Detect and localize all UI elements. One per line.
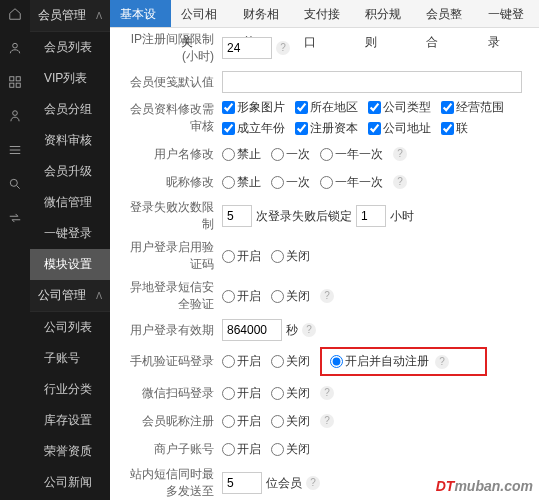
radio-option[interactable]: 开启 (222, 288, 261, 305)
sidebar-group-member[interactable]: 会员管理 ᐱ (30, 0, 110, 32)
audit-checkbox[interactable]: 公司地址 (368, 120, 431, 137)
audit-checkbox[interactable]: 所在地区 (295, 99, 358, 116)
sidebar: 会员管理 ᐱ 会员列表VIP列表会员分组资料审核会员升级微信管理一键登录模块设置… (30, 0, 110, 500)
sidebar-item[interactable]: 会员列表 (30, 32, 110, 63)
label-valid: 用户登录有效期 (120, 322, 222, 339)
radio-option[interactable]: 开启 (222, 248, 261, 265)
help-icon[interactable]: ? (302, 323, 316, 337)
valid-input[interactable] (222, 319, 282, 341)
sidebar-group-label: 会员管理 (38, 7, 86, 24)
radio-option[interactable]: 开启 (222, 413, 261, 430)
label-sms-max: 站内短信同时最多发送至 (120, 466, 222, 500)
tab[interactable]: 财务相关 (233, 0, 294, 27)
label-username-mod: 用户名修改 (120, 146, 222, 163)
radio-option[interactable]: 开启 (222, 353, 261, 370)
label-captcha: 用户登录启用验证码 (120, 239, 222, 273)
radio-option[interactable]: 禁止 (222, 174, 261, 191)
audit-checkbox[interactable]: 经营范围 (441, 99, 504, 116)
search-icon[interactable] (7, 176, 23, 192)
login-fail-mid: 次登录失败后锁定 (256, 208, 352, 225)
help-icon[interactable]: ? (320, 414, 334, 428)
sidebar-item[interactable]: 荣誉资质 (30, 436, 110, 467)
radio-option[interactable]: 关闭 (271, 413, 310, 430)
sidebar-group-label: 公司管理 (38, 287, 86, 304)
audit-checkbox[interactable]: 公司类型 (368, 99, 431, 116)
radio-option[interactable]: 关闭 (271, 248, 310, 265)
content: IP注册间隔限制(小时) ? 会员便笺默认值 会员资料修改需审核 形象图片 所在… (110, 28, 539, 500)
grid-icon[interactable] (7, 74, 23, 90)
radio-option[interactable]: 一次 (271, 174, 310, 191)
help-icon[interactable]: ? (393, 147, 407, 161)
watermark: DTmuban.com (436, 478, 533, 494)
audit-checkbox[interactable]: 成立年份 (222, 120, 285, 137)
transfer-icon[interactable] (7, 210, 23, 226)
default-credit-input[interactable] (222, 71, 522, 93)
audit-checkbox[interactable]: 联 (441, 120, 468, 137)
label-remote-sms: 异地登录短信安全验证 (120, 279, 222, 313)
home-icon[interactable] (7, 6, 23, 22)
login-fail-hours-input[interactable] (356, 205, 386, 227)
label-nick-member: 会员昵称注册 (120, 413, 222, 430)
tab[interactable]: 积分规则 (355, 0, 416, 27)
tab[interactable]: 一键登录 (478, 0, 539, 27)
login-fail-tail: 小时 (390, 208, 414, 225)
sidebar-item[interactable]: 会员分组 (30, 94, 110, 125)
help-icon[interactable]: ? (276, 41, 290, 55)
chevron-up-icon: ᐱ (96, 11, 102, 21)
sms-max-input[interactable] (222, 472, 262, 494)
tab[interactable]: 支付接口 (294, 0, 355, 27)
sidebar-item[interactable]: 库存设置 (30, 405, 110, 436)
sidebar-item[interactable]: 公司新闻 (30, 467, 110, 498)
label-wx-scan: 微信扫码登录 (120, 385, 222, 402)
label-audit: 会员资料修改需审核 (120, 101, 222, 135)
login-fail-count-input[interactable] (222, 205, 252, 227)
highlight-box: 开启并自动注册 ? (320, 347, 487, 376)
phone-auto-register-radio[interactable]: 开启并自动注册 (330, 353, 429, 370)
radio-option[interactable]: 关闭 (271, 441, 310, 458)
sidebar-item[interactable]: 行业分类 (30, 374, 110, 405)
svg-point-5 (13, 111, 18, 116)
svg-point-0 (13, 43, 18, 48)
audit-checkbox[interactable]: 形象图片 (222, 99, 285, 116)
sidebar-group-company[interactable]: 公司管理 ᐱ (30, 280, 110, 312)
tab[interactable]: 会员整合 (416, 0, 477, 27)
sidebar-item[interactable]: 一键登录 (30, 218, 110, 249)
radio-option[interactable]: 禁止 (222, 146, 261, 163)
help-icon[interactable]: ? (393, 175, 407, 189)
sidebar-item[interactable]: 会员升级 (30, 156, 110, 187)
menu-icon[interactable] (7, 142, 23, 158)
ip-limit-input[interactable] (222, 37, 272, 59)
radio-option[interactable]: 一年一次 (320, 174, 383, 191)
sidebar-item[interactable]: 子账号 (30, 343, 110, 374)
radio-option[interactable]: 关闭 (271, 288, 310, 305)
label-sub-account: 商户子账号 (120, 441, 222, 458)
chevron-up-icon: ᐱ (96, 291, 102, 301)
audit-checkbox[interactable]: 注册资本 (295, 120, 358, 137)
radio-option[interactable]: 一次 (271, 146, 310, 163)
radio-option[interactable]: 关闭 (271, 385, 310, 402)
svg-rect-3 (10, 83, 14, 87)
sms-max-unit: 位会员 (266, 475, 302, 492)
tab[interactable]: 基本设置 (110, 0, 171, 27)
help-icon[interactable]: ? (435, 355, 449, 369)
sidebar-item[interactable]: 模块设置 (30, 249, 110, 280)
tabs: 基本设置公司相关财务相关支付接口积分规则会员整合一键登录 (110, 0, 539, 28)
valid-unit: 秒 (286, 322, 298, 339)
radio-option[interactable]: 开启 (222, 385, 261, 402)
user-icon[interactable] (7, 40, 23, 56)
sidebar-item[interactable]: 资料审核 (30, 125, 110, 156)
sidebar-item[interactable]: 微信管理 (30, 187, 110, 218)
person-icon[interactable] (7, 108, 23, 124)
radio-option[interactable]: 开启 (222, 441, 261, 458)
svg-rect-1 (10, 77, 14, 81)
sidebar-item[interactable]: 公司列表 (30, 312, 110, 343)
radio-option[interactable]: 关闭 (271, 353, 310, 370)
tab[interactable]: 公司相关 (171, 0, 232, 27)
help-icon[interactable]: ? (320, 289, 334, 303)
svg-rect-4 (16, 83, 20, 87)
label-nick-mod: 昵称修改 (120, 174, 222, 191)
help-icon[interactable]: ? (306, 476, 320, 490)
help-icon[interactable]: ? (320, 386, 334, 400)
sidebar-item[interactable]: VIP列表 (30, 63, 110, 94)
radio-option[interactable]: 一年一次 (320, 146, 383, 163)
